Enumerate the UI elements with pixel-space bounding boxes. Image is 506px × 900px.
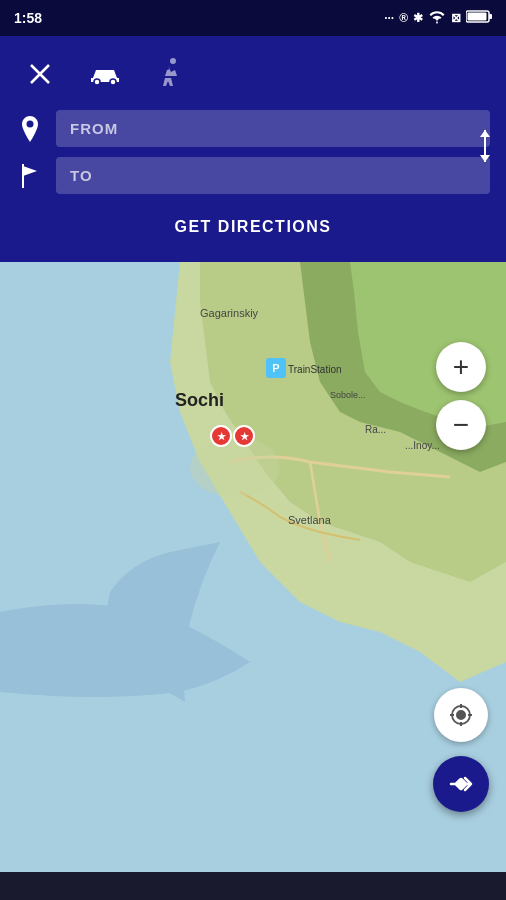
parking-icon: P	[266, 358, 286, 378]
label-svetlana: Svetlana	[288, 514, 331, 526]
location-icon	[16, 115, 44, 143]
to-input-row	[16, 157, 490, 194]
bluetooth-icon: ✱	[413, 11, 423, 25]
time: 1:58	[14, 10, 42, 26]
svg-point-6	[110, 79, 116, 85]
wifi-icon	[428, 10, 446, 27]
input-section	[0, 110, 506, 194]
svg-point-5	[94, 79, 100, 85]
label-inoy: ...Inoy...	[405, 440, 440, 451]
label-trainstation: TrainStation	[288, 364, 342, 375]
zoom-out-button[interactable]: −	[436, 400, 486, 450]
locate-button[interactable]	[434, 688, 488, 742]
signal-icon: ···	[384, 11, 394, 25]
flag-icon	[16, 162, 44, 190]
status-bar: 1:58 ··· ® ✱ ⊠	[0, 0, 506, 36]
svg-rect-7	[97, 72, 113, 77]
label-sobolev: Sobole...	[330, 390, 366, 400]
from-input-row	[16, 110, 490, 147]
label-sochi: Sochi	[175, 390, 224, 411]
from-input[interactable]	[56, 110, 490, 147]
status-icons: ··· ® ✱ ⊠	[384, 10, 492, 27]
label-gagarinskiy: Gagarinskiy	[200, 307, 258, 319]
swap-button[interactable]	[474, 128, 496, 170]
car-mode-button[interactable]	[80, 54, 130, 94]
radio-icon: ®	[399, 11, 408, 25]
walk-mode-button[interactable]	[150, 54, 190, 94]
svg-point-8	[170, 58, 176, 64]
get-directions-row: GET DIRECTIONS	[0, 204, 506, 262]
to-input[interactable]	[56, 157, 490, 194]
svg-rect-2	[468, 13, 487, 21]
svg-point-9	[27, 120, 34, 127]
map-marker-1[interactable]: ★	[210, 425, 232, 447]
svg-point-13	[190, 437, 280, 497]
close-button[interactable]	[20, 54, 60, 94]
zoom-in-button[interactable]: +	[436, 342, 486, 392]
svg-point-14	[457, 711, 465, 719]
directions-fab[interactable]	[433, 756, 489, 812]
map-marker-2[interactable]: ★	[233, 425, 255, 447]
top-panel: GET DIRECTIONS	[0, 36, 506, 262]
battery-icon	[466, 10, 492, 26]
app-container: 1:58 ··· ® ✱ ⊠	[0, 0, 506, 872]
svg-rect-1	[489, 14, 492, 19]
get-directions-button[interactable]: GET DIRECTIONS	[154, 210, 351, 244]
label-ra: Ra...	[365, 424, 386, 435]
x-icon: ⊠	[451, 11, 461, 25]
map-container: Gagarinskiy Sochi TrainStation Sobole...…	[0, 262, 506, 872]
